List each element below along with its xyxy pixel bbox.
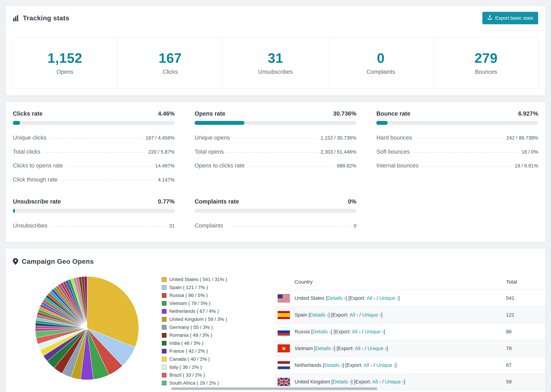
legend-label: Canada ( 40 / 2% ) — [170, 357, 210, 362]
geo-opens-panel: Campaign Geo Opens United States ( 541 /… — [5, 248, 545, 392]
stat-box: 279 Bounces — [433, 37, 538, 89]
export-label: Export: — [347, 362, 362, 368]
rate-rows: Unsubscribes 31 — [13, 217, 175, 231]
geo-content: United States ( 541 / 31% ) Spain ( 121 … — [6, 270, 545, 392]
legend-label: Italy ( 36 / 2% ) — [170, 364, 202, 370]
rate-rows: Unique opens 1,152 / 30.736% Total opens… — [195, 129, 356, 171]
stat-value: 167 — [118, 50, 223, 66]
rate-card: Complaints rate 0% Complaints 0 — [195, 198, 356, 231]
country-column-header: Country — [274, 279, 506, 285]
total-column-header: Total — [506, 279, 545, 285]
stat-box: 0 Complaints — [328, 37, 433, 89]
details-link[interactable]: Details › — [333, 379, 351, 385]
legend-label: Romania ( 49 / 3% ) — [170, 332, 212, 338]
legend-color-swatch — [162, 349, 167, 354]
stat-row-label: Soft bounces — [376, 148, 410, 155]
geo-pie-chart — [34, 274, 141, 392]
stat-box: 31 Unsubscribes — [223, 37, 328, 89]
dotted-leader — [226, 152, 318, 152]
country-cell: Russia [Details ›] [Export: All › / Uniq… — [290, 329, 506, 335]
export-all-link[interactable]: All › — [367, 295, 375, 301]
stat-row-label: Total clicks — [13, 148, 40, 155]
stat-row-label: Click through rate — [13, 176, 57, 183]
legend-color-swatch — [162, 285, 167, 290]
stat-row-value: 18 / 0% — [522, 149, 538, 155]
export-all-link[interactable]: All › — [352, 329, 360, 334]
stat-row-value: 14.497% — [155, 163, 175, 169]
export-all-link[interactable]: All › — [349, 312, 358, 318]
details-link[interactable]: Details › — [313, 329, 331, 334]
geo-table-row: Germany [Details ›] [Export: All › / Uni… — [274, 391, 545, 392]
horizontal-scrollbar[interactable] — [171, 387, 377, 390]
country-name: United States — [295, 295, 325, 301]
legend-item: Brazil ( 33 / 2% ) — [162, 372, 263, 378]
stat-row-value: 1,152 / 30.736% — [320, 135, 356, 141]
export-unique-link[interactable]: Unique › — [368, 346, 387, 351]
stat-row-label: Unsubscribes — [13, 222, 47, 229]
progress-bar-fill — [13, 121, 20, 125]
progress-bar-fill — [376, 121, 387, 125]
legend-item: France ( 42 / 2% ) — [162, 348, 263, 354]
progress-bar — [195, 209, 356, 213]
export-all-link[interactable]: All › — [355, 346, 363, 351]
geo-table: Country Total United States [Details ›] … — [274, 274, 545, 392]
rate-rows: Complaints 0 — [195, 217, 356, 231]
dotted-leader — [60, 180, 155, 181]
stat-row-label: Complaints — [195, 222, 223, 229]
stat-row: Total clicks 220 / 5.87% — [13, 143, 175, 158]
export-unique-link[interactable]: Unique › — [365, 329, 383, 334]
legend-color-swatch — [162, 277, 167, 282]
map-pin-icon — [13, 258, 18, 265]
legend-item: South Africa ( 29 / 2% ) — [162, 380, 263, 386]
progress-bar-fill — [195, 121, 244, 125]
stat-row: Click through rate 4.147% — [13, 171, 175, 185]
details-link[interactable]: Details › — [310, 312, 328, 318]
geo-table-row: Russia [Details ›] [Export: All › / Uniq… — [274, 324, 545, 340]
country-cell: United Kingdom [Details ›] [Export: All … — [290, 379, 506, 385]
dotted-leader — [50, 226, 166, 226]
legend-color-swatch — [162, 309, 167, 314]
export-unique-link[interactable]: Unique › — [385, 379, 404, 385]
stat-row-value: 19 / 6.81% — [515, 163, 538, 169]
stat-row: Clicks to opens rate 14.497% — [13, 157, 175, 171]
export-unique-link[interactable]: Unique › — [362, 312, 381, 318]
stat-value: 1,152 — [13, 50, 117, 66]
legend-label: Germany ( 55 / 3% ) — [170, 325, 213, 330]
export-unique-link[interactable]: Unique › — [379, 295, 398, 301]
geo-table-row: Vietnam [Details ›] [Export: All › / Uni… — [274, 340, 545, 357]
stat-row-value: 220 / 5.87% — [148, 149, 175, 155]
details-link[interactable]: Details › — [324, 362, 343, 368]
stat-row-label: Hard bounces — [376, 134, 412, 141]
stat-label: Opens — [13, 69, 117, 75]
export-all-link[interactable]: All › — [372, 379, 381, 385]
legend-item: Netherlands ( 67 / 4% ) — [162, 308, 263, 314]
rate-value: 0.77% — [158, 198, 175, 205]
stat-label: Bounces — [434, 69, 538, 75]
country-total: 121 — [506, 312, 545, 318]
legend-item: United Kingdom ( 59 / 3% ) — [162, 317, 263, 322]
tracking-stats-title-group: Tracking stats — [13, 14, 69, 22]
dotted-leader — [422, 166, 512, 166]
export-all-link[interactable]: All › — [364, 362, 372, 368]
details-link[interactable]: Details › — [327, 295, 346, 301]
stat-row: Internal bounces 19 / 6.81% — [376, 157, 538, 171]
legend-item: Russia ( 86 / 5% ) — [162, 293, 263, 298]
export-unique-link[interactable]: Unique › — [376, 362, 395, 368]
export-basic-stats-button[interactable]: Export basic stats — [482, 12, 538, 24]
rate-card-header: Clicks rate 4.46% — [13, 110, 175, 117]
bar-chart-icon — [13, 15, 19, 21]
geo-table-row: Spain [Details ›] [Export: All › / Uniqu… — [274, 307, 545, 324]
geo-table-body: United States [Details ›] [Export: All ›… — [274, 290, 545, 392]
country-total: 59 — [506, 379, 545, 385]
stat-value: 0 — [328, 50, 433, 66]
country-name: Vietnam — [295, 346, 313, 351]
stat-row-value: 167 / 4.456% — [146, 135, 175, 141]
export-icon — [487, 15, 492, 21]
rate-value: 6.927% — [518, 110, 538, 117]
details-link[interactable]: Details › — [316, 346, 334, 351]
legend-label: United States ( 541 / 31% ) — [170, 277, 227, 282]
country-total: 541 — [506, 295, 545, 301]
export-label: Export: — [335, 329, 351, 334]
legend-item: India ( 46 / 3% ) — [162, 341, 263, 346]
rate-card-header: Complaints rate 0% — [195, 198, 356, 205]
